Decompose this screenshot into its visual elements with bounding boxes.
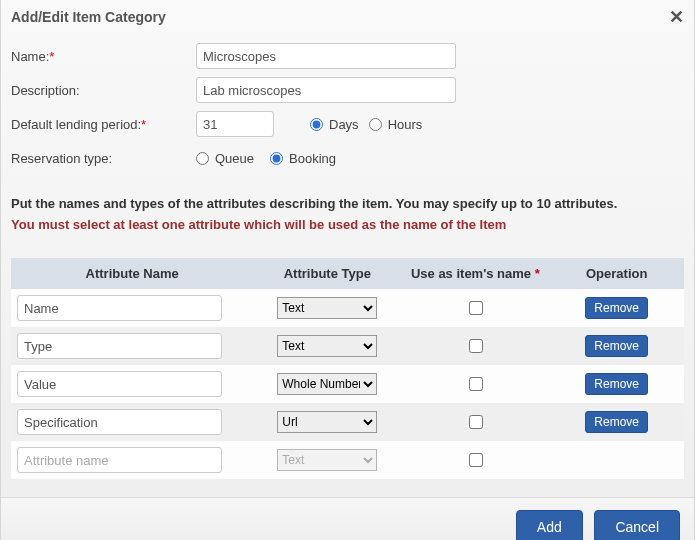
- table-row: UrlRemove: [11, 403, 684, 441]
- use-as-name-checkbox[interactable]: [469, 339, 483, 353]
- table-row: Whole NumberRemove: [11, 365, 684, 403]
- name-label: Name:*: [11, 49, 196, 64]
- description-label: Description:: [11, 83, 196, 98]
- table-row: TextRemove: [11, 327, 684, 365]
- radio-booking[interactable]: [270, 152, 283, 165]
- use-as-name-checkbox-new[interactable]: [469, 453, 483, 467]
- remove-button[interactable]: Remove: [585, 373, 648, 395]
- reservation-group: Queue Booking: [196, 151, 344, 166]
- radio-days[interactable]: [310, 118, 323, 131]
- lending-unit-group: Days Hours: [310, 117, 430, 132]
- label-days: Days: [329, 117, 359, 132]
- description-input[interactable]: [196, 77, 456, 103]
- radio-queue[interactable]: [196, 152, 209, 165]
- lending-input[interactable]: [196, 111, 274, 137]
- remove-button[interactable]: Remove: [585, 411, 648, 433]
- attr-name-input[interactable]: [17, 295, 222, 321]
- label-hours: Hours: [388, 117, 423, 132]
- attr-name-input[interactable]: [17, 333, 222, 359]
- attr-type-select[interactable]: Whole Number: [277, 373, 377, 395]
- use-as-name-checkbox[interactable]: [469, 301, 483, 315]
- cancel-button[interactable]: Cancel: [594, 510, 680, 540]
- radio-hours[interactable]: [369, 118, 382, 131]
- add-button[interactable]: Add: [516, 510, 583, 540]
- titlebar: Add/Edit Item Category ✕: [1, 0, 694, 36]
- dialog-footer: Add Cancel: [1, 497, 694, 540]
- lending-label: Default lending period:*: [11, 117, 196, 132]
- dialog-body: Name:* Description: Default lending peri…: [1, 36, 694, 479]
- remove-button[interactable]: Remove: [585, 297, 648, 319]
- th-type: Attribute Type: [253, 258, 401, 289]
- row-lending: Default lending period:* Days Hours: [11, 110, 684, 138]
- attr-type-select[interactable]: Text: [277, 335, 377, 357]
- table-row-new: Text: [11, 441, 684, 479]
- table-header-row: Attribute Name Attribute Type Use as ite…: [11, 258, 684, 289]
- attr-name-input-new[interactable]: [17, 447, 222, 473]
- attributes-table: Attribute Name Attribute Type Use as ite…: [11, 258, 684, 479]
- remove-button[interactable]: Remove: [585, 335, 648, 357]
- close-icon[interactable]: ✕: [669, 8, 684, 26]
- th-name: Attribute Name: [11, 258, 253, 289]
- dialog: Add/Edit Item Category ✕ Name:* Descript…: [0, 0, 695, 540]
- attr-type-select[interactable]: Text: [277, 297, 377, 319]
- name-input[interactable]: [196, 43, 456, 69]
- use-as-name-checkbox[interactable]: [469, 377, 483, 391]
- attr-type-select-new[interactable]: Text: [277, 449, 377, 471]
- reservation-label: Reservation type:: [11, 151, 196, 166]
- row-reservation: Reservation type: Queue Booking: [11, 144, 684, 172]
- table-row: TextRemove: [11, 289, 684, 327]
- row-description: Description:: [11, 76, 684, 104]
- row-name: Name:*: [11, 42, 684, 70]
- label-booking: Booking: [289, 151, 336, 166]
- instructions-text: Put the names and types of the attribute…: [11, 196, 684, 211]
- label-queue: Queue: [215, 151, 254, 166]
- warning-text: You must select at least one attribute w…: [11, 217, 684, 232]
- th-use: Use as item's name *: [401, 258, 549, 289]
- use-as-name-checkbox[interactable]: [469, 415, 483, 429]
- attr-name-input[interactable]: [17, 409, 222, 435]
- th-op: Operation: [549, 258, 684, 289]
- attr-type-select[interactable]: Url: [277, 411, 377, 433]
- attr-name-input[interactable]: [17, 371, 222, 397]
- dialog-title: Add/Edit Item Category: [11, 9, 166, 25]
